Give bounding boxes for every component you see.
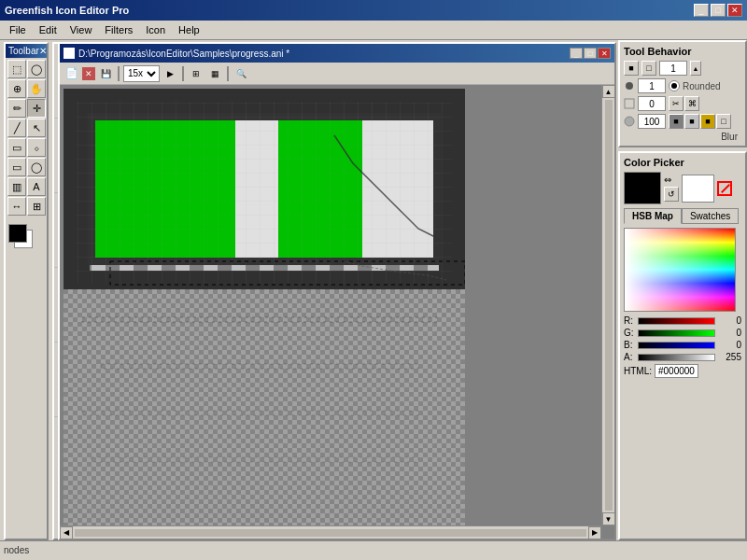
tool-behavior-panel: Tool Behavior ■ □ 1 ▲ 1 Rounded 0 (618, 40, 747, 147)
color-arrows: ⇔ ↺ (664, 175, 679, 202)
doc-close-button[interactable]: ✕ (598, 48, 611, 59)
opacity-input[interactable]: 1 (638, 78, 666, 93)
size-row: ■ □ 1 ▲ (624, 61, 741, 76)
tool-eraser[interactable]: ▭ (7, 138, 26, 157)
horizontal-scrollbar[interactable]: ◀ ▶ (60, 525, 601, 539)
style-sq-3[interactable]: ■ (700, 114, 715, 129)
maximize-button[interactable]: □ (711, 4, 726, 17)
toolbox-title-bar: Toolbar ✕ (6, 44, 47, 58)
style-sq-4[interactable]: □ (716, 114, 731, 129)
style-swatches: ■ ■ ■ □ (669, 114, 731, 129)
tb-zoom-in-button[interactable]: ▶ (162, 65, 178, 82)
style-sq-1[interactable]: ■ (669, 114, 684, 129)
red-slider[interactable] (638, 317, 715, 325)
doc-minimize-button[interactable]: _ (570, 48, 583, 59)
rounded-radio[interactable] (669, 80, 680, 91)
html-value[interactable]: #000000 (655, 364, 698, 378)
size-btn-1[interactable]: ■ (624, 61, 639, 76)
tab-swatches[interactable]: Swatches (682, 208, 739, 224)
menu-edit[interactable]: Edit (34, 22, 63, 37)
blur-value-input[interactable]: 0 (638, 96, 666, 111)
main-color-box[interactable] (624, 172, 661, 204)
size-up-button[interactable]: ▲ (690, 61, 701, 76)
minimize-button[interactable]: _ (694, 4, 709, 17)
red-label: R: (624, 315, 635, 326)
reset-colors-button[interactable]: ↺ (664, 187, 679, 202)
menu-file[interactable]: File (4, 22, 32, 37)
size-input[interactable]: 1 (659, 61, 687, 76)
blue-label: B: (624, 340, 635, 350)
blur-row: 0 ✂ ⌘ (624, 96, 741, 111)
opacity-icon (624, 98, 635, 109)
blur-btn-2[interactable]: ⌘ (684, 96, 699, 111)
svg-rect-30 (92, 457, 418, 462)
tool-marquee[interactable]: ⬚ (7, 60, 26, 78)
canvas-lower-area (63, 289, 465, 525)
tb-zoom-magnify-button[interactable]: 🔍 (233, 65, 249, 82)
tab-hsb-map[interactable]: HSB Map (624, 208, 682, 224)
toolbox: Toolbar ✕ ⬚ ◯ ⊕ ✋ ✏ ✛ ╱ ↖ ▭ ⬦ ▭ ◯ ▥ A ↔ … (4, 42, 49, 540)
green-slider[interactable] (638, 329, 715, 337)
tool-ellipse[interactable]: ◯ (27, 158, 46, 176)
tool-color-replace[interactable]: ↔ (7, 197, 26, 216)
vertical-scrollbar[interactable]: ▲ ▼ (601, 85, 614, 525)
swap-colors-button[interactable]: ⇔ (664, 175, 679, 185)
tb-grid-button[interactable]: ⊞ (188, 65, 204, 82)
menu-icon[interactable]: Icon (140, 22, 171, 37)
tool-hand[interactable]: ✋ (27, 79, 46, 98)
hsb-saturation-overlay (625, 229, 735, 311)
style-sq-2[interactable]: ■ (684, 114, 699, 129)
toolbox-close-button[interactable]: ✕ (39, 46, 47, 56)
tool-gradient[interactable]: ▥ (7, 177, 26, 196)
doc-maximize-button[interactable]: □ (584, 48, 597, 59)
canvas-scroll[interactable] (60, 85, 601, 525)
tool-lasso[interactable]: ◯ (27, 60, 46, 78)
foreground-color-box[interactable] (8, 224, 27, 243)
red-value: 0 (718, 315, 741, 326)
opacity-num-input[interactable]: 100 (638, 114, 666, 129)
html-label: HTML: (624, 366, 652, 376)
tb-save-button[interactable]: 💾 (97, 65, 114, 82)
scroll-left-button[interactable]: ◀ (60, 526, 73, 539)
menu-help[interactable]: Help (173, 22, 205, 37)
close-button[interactable]: ✕ (727, 4, 742, 17)
scroll-right-button[interactable]: ▶ (588, 526, 601, 539)
tool-arrow[interactable]: ↖ (27, 119, 46, 137)
tool-move[interactable]: ✛ (27, 99, 46, 118)
scroll-down-button[interactable]: ▼ (602, 512, 615, 525)
blue-slider[interactable] (638, 342, 715, 349)
alpha-slider[interactable] (638, 354, 715, 361)
menu-filters[interactable]: Filters (99, 22, 138, 37)
tool-zoom[interactable]: ⊕ (7, 79, 26, 98)
size-btn-2[interactable]: □ (641, 61, 656, 76)
red-channel-row: R: 0 (624, 315, 741, 326)
green-channel-row: G: 0 (624, 328, 741, 338)
doc-title-left: 🖼 D:\Programozás\IconEditor\Samples\prog… (63, 48, 289, 59)
tool-line[interactable]: ╱ (7, 119, 26, 137)
transparent-color-button[interactable] (717, 181, 732, 196)
pixel-art-canvas[interactable] (63, 89, 465, 289)
tb-close-x-button[interactable]: ✕ (82, 67, 95, 80)
blue-channel-row: B: 0 (624, 340, 741, 350)
scroll-vertical-track[interactable] (605, 100, 613, 511)
paint-icon (624, 116, 635, 127)
rounded-label: Rounded (683, 81, 721, 91)
menu-view[interactable]: View (64, 22, 98, 37)
tool-pencil[interactable]: ✏ (7, 99, 26, 118)
right-panel: Tool Behavior ■ □ 1 ▲ 1 Rounded 0 (618, 40, 747, 540)
tool-clone[interactable]: ⊞ (27, 197, 46, 216)
canvas-area[interactable]: ▲ ▼ ◀ ▶ (60, 85, 614, 539)
scroll-horizontal-track[interactable] (75, 529, 586, 537)
secondary-color-box[interactable] (682, 175, 714, 203)
blur-btn-1[interactable]: ✂ (669, 96, 684, 111)
color-stack (8, 224, 36, 252)
tb-new-button[interactable]: 📄 (63, 65, 80, 82)
tool-text[interactable]: A (27, 177, 46, 196)
tool-rect[interactable]: ▭ (7, 158, 26, 176)
opacity-row: 100 ■ ■ ■ □ (624, 114, 741, 129)
hsb-map[interactable] (624, 228, 736, 312)
zoom-select[interactable]: 15x 1x 2x 4x 8x 10x 16x (123, 65, 160, 82)
tb-tile-button[interactable]: ▦ (206, 65, 223, 82)
scroll-up-button[interactable]: ▲ (602, 85, 615, 98)
tool-bucket[interactable]: ⬦ (27, 138, 46, 157)
